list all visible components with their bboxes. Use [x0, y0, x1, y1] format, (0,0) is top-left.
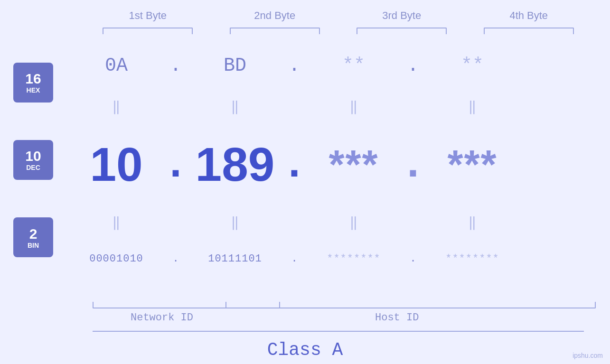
dec-badge: 10 DEC	[13, 140, 53, 180]
dec-byte3: ***	[304, 141, 404, 188]
network-id-label: Network ID	[131, 312, 193, 324]
bracket-byte1	[103, 28, 193, 34]
hex-dot2: .	[285, 55, 304, 76]
bin-byte1: 00001010	[66, 253, 166, 265]
bin-row: 00001010 . 10111101 . ******** . *******…	[66, 253, 589, 265]
eq8: ‖	[422, 215, 522, 231]
dec-byte2: 189	[185, 137, 285, 192]
main-area: 16 HEX 10 DEC 2 BIN 0A . BD . ** . **	[0, 39, 610, 281]
eq2: ‖	[185, 99, 285, 115]
page: 1st Byte 2nd Byte 3rd Byte 4th Byte 16 H…	[0, 0, 610, 364]
byte-headers: 1st Byte 2nd Byte 3rd Byte 4th Byte	[84, 9, 592, 22]
hex-dot1: .	[166, 55, 185, 76]
bin-badge: 2 BIN	[13, 217, 53, 257]
hex-badge-label: HEX	[27, 86, 40, 94]
bin-dot1: .	[166, 253, 185, 265]
top-bracket-row	[84, 25, 592, 34]
bin-dot2: .	[285, 253, 304, 265]
eq3: ‖	[304, 99, 404, 115]
eq1: ‖	[66, 99, 166, 115]
eq6: ‖	[185, 215, 285, 231]
data-area: 0A . BD . ** . ** ‖ ‖ ‖ ‖ 10 .	[66, 39, 610, 281]
dec-byte4: ***	[422, 141, 522, 188]
badges-column: 16 HEX 10 DEC 2 BIN	[0, 39, 66, 281]
eq7: ‖	[304, 215, 404, 231]
class-bracket-line	[93, 331, 584, 332]
bin-badge-label: BIN	[28, 242, 39, 249]
hex-byte3: **	[304, 55, 404, 76]
bin-badge-num: 2	[29, 226, 38, 242]
hex-byte2: BD	[185, 55, 285, 76]
class-label: Class A	[267, 340, 343, 360]
hex-row: 0A . BD . ** . **	[66, 55, 589, 76]
eq4: ‖	[422, 99, 522, 115]
host-id-label: Host ID	[375, 312, 419, 324]
dec-dot1: .	[166, 138, 185, 191]
hex-badge: 16 HEX	[13, 63, 53, 103]
dec-dot2: .	[285, 138, 304, 191]
dec-badge-num: 10	[25, 148, 41, 164]
dec-row: 10 . 189 . *** . ***	[66, 137, 589, 192]
dec-byte1: 10	[66, 137, 166, 192]
byte4-header: 4th Byte	[477, 9, 581, 22]
host-id-bracket	[225, 302, 596, 308]
bin-byte2: 10111101	[185, 253, 285, 265]
dec-dot3: .	[404, 138, 422, 191]
bracket-byte4	[484, 28, 574, 34]
dec-badge-label: DEC	[26, 164, 40, 171]
watermark: ipshu.com	[572, 352, 603, 359]
byte2-header: 2nd Byte	[223, 9, 327, 22]
byte3-header: 3rd Byte	[349, 9, 454, 22]
bin-byte3: ********	[304, 253, 404, 265]
eq5: ‖	[66, 215, 166, 231]
byte1-header: 1st Byte	[95, 9, 200, 22]
bracket-byte3	[357, 28, 447, 34]
hex-byte1: 0A	[66, 55, 166, 76]
hex-badge-num: 16	[25, 71, 41, 86]
bracket-byte2	[230, 28, 320, 34]
bin-dot3: .	[404, 253, 422, 265]
hex-dot3: .	[404, 55, 422, 76]
eq-row1: ‖ ‖ ‖ ‖	[66, 99, 589, 115]
eq-row2: ‖ ‖ ‖ ‖	[66, 215, 589, 231]
bin-byte4: ********	[422, 253, 522, 265]
hex-byte4: **	[422, 55, 522, 76]
